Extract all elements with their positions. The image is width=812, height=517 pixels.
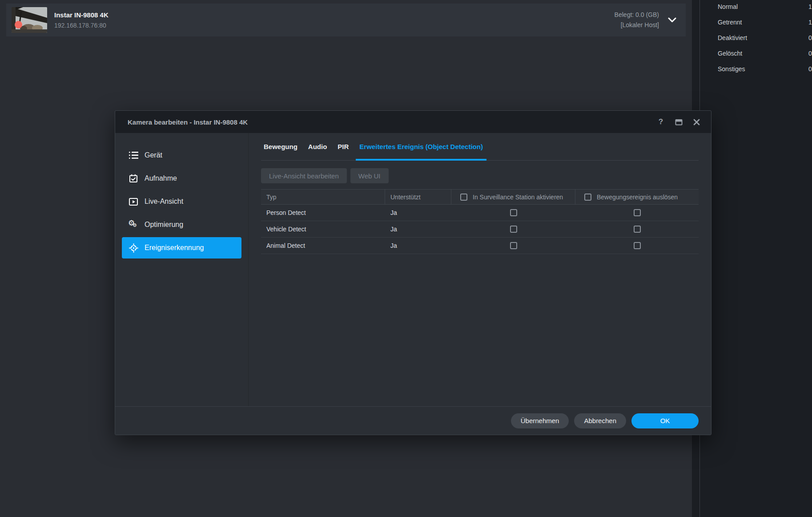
camera-name: Instar IN-9808 4K [54,11,109,19]
list-icon [128,150,139,160]
recording-indicator-dot [15,21,22,28]
help-icon[interactable]: ? [657,118,665,126]
status-count: 0 [808,50,812,57]
camera-list-row[interactable]: Instar IN-9808 4K 192.168.178.76:80 Bele… [6,4,686,36]
sidebar-item-label: Optimierung [145,221,183,229]
status-row-normal[interactable]: Normal 1 [718,0,812,14]
status-count: 0 [808,34,812,41]
dialog-titlebar: Kamera bearbeiten - Instar IN-9808 4K ? [115,111,711,133]
sidebar-item-aufnahme[interactable]: Aufnahme [122,168,241,189]
maximize-icon[interactable] [675,118,683,126]
camera-thumbnail [12,7,47,33]
camera-thumbnail-image [12,7,47,33]
cancel-button[interactable]: Abbrechen [574,413,626,428]
sidebar-item-label: Aufnahme [145,174,177,182]
trigger-checkbox[interactable] [634,242,641,249]
trigger-all-checkbox[interactable] [584,194,591,201]
ok-button[interactable]: OK [631,413,699,428]
cell-typ: Animal Detect [261,238,385,254]
sidebar-item-label: Gerät [145,151,162,159]
activate-checkbox[interactable] [510,226,517,233]
table-row-vehicle-detect[interactable]: Vehicle Detect Ja [261,221,699,238]
cell-supported: Ja [385,205,451,221]
activate-checkbox[interactable] [510,242,517,249]
edit-camera-dialog: Kamera bearbeiten - Instar IN-9808 4K ? [115,110,712,435]
table-header-row: Typ Unterstützt In Surveillance Station … [261,189,699,205]
sidebar-item-ereigniserkennung[interactable]: Ereigniserkennung [122,237,241,258]
status-count: 0 [808,65,812,73]
status-row-sonstiges[interactable]: Sonstiges 0 [718,61,812,77]
cell-supported: Ja [385,221,451,237]
calendar-check-icon [128,174,139,183]
target-icon [128,243,139,253]
status-count: 1 [808,3,812,10]
cell-typ: Person Detect [261,205,385,221]
dialog-title: Kamera bearbeiten - Instar IN-9808 4K [128,118,248,126]
trigger-checkbox[interactable] [634,226,641,233]
tab-erweitertes-ereignis[interactable]: Erweitertes Ereignis (Object Detection) [359,133,483,160]
host-label: [Lokaler Host] [615,20,659,30]
cell-typ: Vehicle Detect [261,221,385,237]
status-label: Sonstiges [718,65,745,73]
close-icon[interactable] [692,118,700,126]
status-row-geloescht[interactable]: Gelöscht 0 [718,45,812,61]
edit-live-view-button[interactable]: Live-Ansicht bearbeiten [261,168,347,183]
header-unterstuetzt: Unterstützt [385,190,451,204]
apply-button[interactable]: Übernehmen [511,413,569,428]
header-trigger: Bewegungsereignis auslösen [575,190,699,204]
gears-icon: ⚙ ⚙ [128,220,139,230]
tab-pir[interactable]: PIR [338,133,349,160]
camera-ip: 192.168.178.76:80 [54,22,109,29]
header-typ: Typ [261,190,385,204]
header-activate: In Surveillance Station aktivieren [451,190,575,204]
content-toolbar: Live-Ansicht bearbeiten Web UI [261,168,699,183]
table-row-person-detect[interactable]: Person Detect Ja [261,205,699,221]
status-label: Gelöscht [718,50,742,57]
status-row-getrennt[interactable]: Getrennt 1 [718,14,812,30]
tab-audio[interactable]: Audio [308,133,327,160]
sidebar-item-label: Live-Ansicht [145,198,183,206]
sidebar-item-label: Ereigniserkennung [145,244,204,252]
live-view-icon [128,197,139,206]
object-detection-table: Typ Unterstützt In Surveillance Station … [261,189,699,254]
sidebar-item-optimierung[interactable]: ⚙ ⚙ Optimierung [122,214,241,235]
cell-supported: Ja [385,238,451,254]
activate-all-checkbox[interactable] [460,194,467,201]
status-label: Getrennt [718,19,742,26]
dialog-sidebar: Gerät Aufnahme [115,133,249,406]
status-row-deaktiviert[interactable]: Deaktiviert 0 [718,30,812,45]
status-count: 1 [808,19,812,26]
trigger-checkbox[interactable] [634,209,641,216]
table-row-animal-detect[interactable]: Animal Detect Ja [261,238,699,254]
tab-bar: Bewegung Audio PIR Erweitertes Ereignis … [261,133,699,161]
status-label: Normal [718,3,738,10]
chevron-down-icon[interactable] [668,17,677,23]
tab-bewegung[interactable]: Bewegung [264,133,297,160]
dialog-footer: Übernehmen Abbrechen OK [115,406,711,435]
sidebar-item-live-ansicht[interactable]: Live-Ansicht [122,191,241,212]
status-label: Deaktiviert [718,34,747,41]
sidebar-item-geraet[interactable]: Gerät [122,145,241,166]
storage-usage: Belegt: 0.0 (GB) [615,10,659,20]
web-ui-button[interactable]: Web UI [350,168,389,183]
dialog-content: Bewegung Audio PIR Erweitertes Ereignis … [249,133,711,406]
activate-checkbox[interactable] [510,209,517,216]
